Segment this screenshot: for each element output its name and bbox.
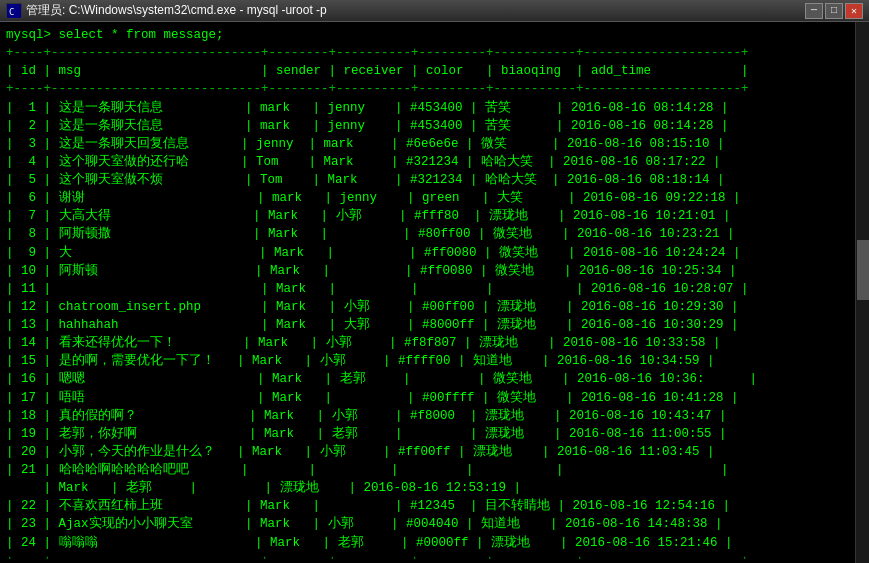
svg-text:C: C — [9, 7, 14, 17]
title-bar-text: 管理员: C:\Windows\system32\cmd.exe - mysql… — [26, 2, 327, 19]
terminal-line: | 21 | 哈哈哈啊哈哈哈哈吧吧 | | | | | | — [6, 461, 849, 479]
terminal-line: | 13 | hahhahah | Mark | 大郭 | #8000ff | … — [6, 316, 849, 334]
terminal-line: +----+----------------------------+-----… — [6, 80, 849, 98]
terminal: mysql> select * from message; +----+----… — [0, 22, 869, 563]
title-bar-left: C 管理员: C:\Windows\system32\cmd.exe - mys… — [6, 2, 327, 19]
content-area: mysql> select * from message; +----+----… — [6, 26, 863, 559]
title-bar: C 管理员: C:\Windows\system32\cmd.exe - mys… — [0, 0, 869, 22]
terminal-line: | 24 | 嗡嗡嗡 | Mark | 老郭 | #0000ff | 漂珑地 |… — [6, 534, 849, 552]
terminal-line: | 11 | | Mark | | | | 2016-08-16 10:28:0… — [6, 280, 849, 298]
terminal-line: | 19 | 老郭，你好啊 | Mark | 老郭 | | 漂珑地 | 2016… — [6, 425, 849, 443]
maximize-button[interactable]: □ — [825, 3, 843, 19]
terminal-lines: +----+----------------------------+-----… — [6, 44, 849, 559]
terminal-line: | 2 | 这是一条聊天信息 | mark | jenny | #453400 … — [6, 117, 849, 135]
terminal-line: | 22 | 不喜欢西红柿上班 | Mark | | #12345 | 目不转睛… — [6, 497, 849, 515]
title-bar-controls: ─ □ ✕ — [805, 3, 863, 19]
terminal-line: | 5 | 这个聊天室做不烦 | Tom | Mark | #321234 | … — [6, 171, 849, 189]
terminal-line: | 4 | 这个聊天室做的还行哈 | Tom | Mark | #321234 … — [6, 153, 849, 171]
terminal-line: | 1 | 这是一条聊天信息 | mark | jenny | #453400 … — [6, 99, 849, 117]
terminal-line: | 23 | Ajax实现的小小聊天室 | Mark | 小郭 | #00404… — [6, 515, 849, 533]
terminal-line: +----+----------------------------+-----… — [6, 44, 849, 62]
terminal-line: | 12 | chatroom_insert.php | Mark | 小郭 |… — [6, 298, 849, 316]
terminal-line: +----+----------------------------+-----… — [6, 552, 849, 559]
terminal-line: | 10 | 阿斯顿 | Mark | | #ff0080 | 微笑地 | 20… — [6, 262, 849, 280]
window: C 管理员: C:\Windows\system32\cmd.exe - mys… — [0, 0, 869, 563]
terminal-line: | 9 | 大 | Mark | | #ff0080 | 微笑地 | 2016-… — [6, 244, 849, 262]
prompt-line: mysql> select * from message; — [6, 26, 849, 44]
terminal-line: | 6 | 谢谢 | mark | jenny | green | 大笑 | 2… — [6, 189, 849, 207]
terminal-line: | 20 | 小郭，今天的作业是什么？ | Mark | 小郭 | #ff00f… — [6, 443, 849, 461]
terminal-line: | 8 | 阿斯顿撒 | Mark | | #80ff00 | 微笑地 | 20… — [6, 225, 849, 243]
terminal-line: | 14 | 看来还得优化一下！ | Mark | 小郭 | #f8f807 |… — [6, 334, 849, 352]
terminal-line: | id | msg | sender | receiver | color |… — [6, 62, 849, 80]
terminal-line: | Mark | 老郭 | | 漂珑地 | 2016-08-16 12:53:1… — [6, 479, 849, 497]
minimize-button[interactable]: ─ — [805, 3, 823, 19]
terminal-line: | 15 | 是的啊，需要优化一下了！ | Mark | 小郭 | #ffff0… — [6, 352, 849, 370]
cmd-icon: C — [6, 3, 22, 19]
terminal-line: | 3 | 这是一条聊天回复信息 | jenny | mark | #6e6e6… — [6, 135, 849, 153]
scrollbar-thumb[interactable] — [857, 240, 869, 300]
terminal-line: | 7 | 大高大得 | Mark | 小郭 | #fff80 | 漂珑地 | … — [6, 207, 849, 225]
terminal-line: | 17 | 唔唔 | Mark | | #00ffff | 微笑地 | 201… — [6, 389, 849, 407]
close-button[interactable]: ✕ — [845, 3, 863, 19]
terminal-line: | 18 | 真的假的啊？ | Mark | 小郭 | #f8000 | 漂珑地… — [6, 407, 849, 425]
terminal-line: | 16 | 嗯嗯 | Mark | 老郭 | | 微笑地 | 2016-08-… — [6, 370, 849, 388]
scrollbar[interactable] — [855, 22, 869, 563]
